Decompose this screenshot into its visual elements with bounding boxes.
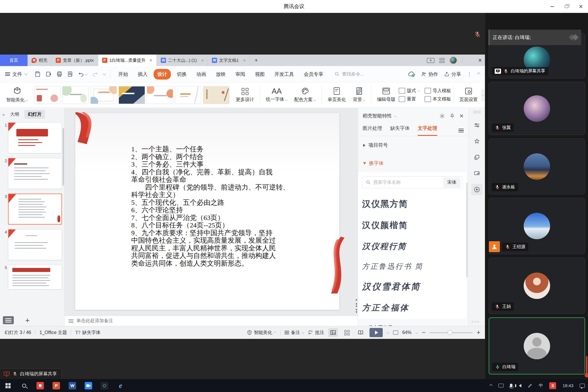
new-slide-button[interactable]: + bbox=[25, 316, 30, 325]
taskbar-word-icon[interactable]: W bbox=[64, 379, 80, 392]
file-menu-button[interactable]: 文件 bbox=[5, 71, 27, 78]
collapse-ribbon-icon[interactable] bbox=[477, 72, 480, 76]
tray-expand-icon[interactable] bbox=[487, 379, 495, 392]
comments-button[interactable]: 批注 bbox=[308, 330, 324, 336]
command-search-input[interactable] bbox=[342, 72, 374, 77]
font-search-box[interactable]: 宋体 bbox=[362, 176, 463, 188]
tab-text-processing[interactable]: 文字处理 bbox=[418, 125, 437, 136]
unify-font-button[interactable]: AA 统一字体 bbox=[262, 84, 291, 106]
tab-ppt-dangzhang[interactable]: P党章（新）.pptx bbox=[52, 55, 98, 66]
rail-more-dots[interactable]: ○○○ bbox=[471, 319, 480, 324]
zoom-in-button[interactable]: + bbox=[477, 329, 480, 336]
start-button[interactable] bbox=[0, 379, 16, 392]
color-scheme-button[interactable]: 配色方案 bbox=[291, 84, 319, 106]
section-bullet-symbols[interactable]: 项目符号 bbox=[358, 136, 468, 154]
ime-indicator[interactable]: 中 bbox=[535, 379, 546, 392]
collapse-panel-icon[interactable]: « bbox=[2, 112, 4, 117]
template-thumb-3[interactable] bbox=[90, 86, 117, 104]
cloud-sync-icon[interactable] bbox=[408, 71, 415, 77]
screen-record-icon[interactable] bbox=[471, 168, 483, 179]
page-beautify-button[interactable]: 单页美化 bbox=[324, 84, 349, 106]
volume-icon[interactable] bbox=[516, 379, 525, 392]
zoom-dropdown-icon[interactable] bbox=[415, 331, 418, 334]
previous-slide-button[interactable]: ▴▴ bbox=[355, 302, 357, 307]
template-thumb-5[interactable] bbox=[147, 86, 173, 104]
output-icon[interactable] bbox=[45, 71, 52, 77]
minimize-button[interactable] bbox=[545, 0, 559, 13]
panel-title-dropdown-icon[interactable] bbox=[394, 115, 396, 117]
pin-icon[interactable] bbox=[450, 113, 455, 119]
print-icon[interactable] bbox=[56, 71, 63, 77]
notes-toggle-button[interactable]: 备注 bbox=[285, 330, 304, 336]
template-thumb-1[interactable] bbox=[34, 86, 61, 104]
layout-button[interactable]: 版式 bbox=[399, 88, 420, 94]
tab-word-ershida[interactable]: W二十大山...) (1) bbox=[157, 55, 208, 66]
smart-features-lightning-icon[interactable] bbox=[471, 184, 483, 195]
slide-thumb-3-selected[interactable]: 3 bbox=[1, 194, 62, 225]
scroll-up-button[interactable]: ▴ bbox=[355, 298, 357, 300]
section-change-font[interactable]: 换字体 bbox=[358, 154, 468, 172]
rail-drag-handle[interactable] bbox=[473, 111, 481, 113]
menu-design[interactable]: 设计 bbox=[154, 69, 171, 80]
font-search-input[interactable] bbox=[373, 180, 443, 185]
next-slide-button[interactable]: ▾▾ bbox=[355, 308, 357, 313]
zoom-slider[interactable] bbox=[430, 332, 473, 333]
menu-transition[interactable]: 切换 bbox=[173, 69, 190, 80]
import-template-button[interactable]: 导入模板 bbox=[425, 88, 451, 94]
font-option[interactable]: 汉仪程行简 bbox=[362, 241, 463, 252]
maximize-button[interactable] bbox=[559, 0, 574, 13]
print-preview-icon[interactable] bbox=[67, 71, 74, 77]
command-search[interactable] bbox=[334, 72, 374, 77]
slide-layout-icon[interactable] bbox=[3, 316, 14, 324]
template-thumb-2[interactable] bbox=[62, 86, 89, 104]
fit-to-window-icon[interactable] bbox=[393, 331, 398, 335]
template-thumb-4[interactable] bbox=[119, 86, 145, 104]
zoom-slider-thumb[interactable] bbox=[448, 330, 452, 335]
menu-member[interactable]: 会员专享 bbox=[300, 69, 327, 80]
panel-collapse-arrow[interactable]: › bbox=[481, 89, 485, 101]
pen-workspace-icon[interactable] bbox=[525, 379, 535, 392]
taskbar-clock[interactable]: 18:43 bbox=[559, 379, 577, 392]
close-tab-icon[interactable]: ✕ bbox=[149, 58, 152, 63]
reading-view-button[interactable] bbox=[356, 328, 365, 337]
new-tab-button[interactable]: + bbox=[250, 55, 262, 66]
normal-view-button[interactable] bbox=[328, 328, 338, 337]
taskbar-powerpoint-icon[interactable]: P bbox=[48, 379, 64, 392]
more-design-button[interactable]: 更多设计 bbox=[232, 84, 258, 106]
font-filter-button[interactable]: 宋体 bbox=[443, 177, 461, 188]
tile-zhangyi[interactable]: 张翼 bbox=[489, 82, 585, 135]
edit-master-button[interactable]: 编辑母版 bbox=[374, 84, 399, 106]
taskbar-meeting-icon[interactable] bbox=[80, 379, 96, 392]
more-quick-icons[interactable] bbox=[103, 72, 106, 75]
taskbar-security-app-icon[interactable] bbox=[32, 379, 48, 392]
font-option[interactable]: 汉仪黑方简 bbox=[362, 198, 463, 210]
redo-icon[interactable] bbox=[92, 71, 98, 77]
workspace-grid-icon[interactable] bbox=[440, 58, 444, 63]
account-avatar[interactable] bbox=[450, 57, 457, 64]
zoom-percentage[interactable]: 64% bbox=[402, 330, 411, 335]
taskbar-search-icon[interactable] bbox=[16, 379, 32, 392]
font-option[interactable]: 方正全福体 bbox=[362, 302, 463, 313]
slide-thumb-1[interactable]: 1 bbox=[1, 122, 62, 153]
tab-home[interactable]: 首页 bbox=[0, 55, 28, 66]
template-thumb-6[interactable] bbox=[175, 86, 201, 104]
tab-missing-fonts[interactable]: 缺失字体 bbox=[390, 125, 410, 136]
play-options-icon[interactable] bbox=[387, 331, 389, 334]
notes-bar[interactable]: 单击此处添加备注 bbox=[65, 316, 358, 326]
switch-window-icon[interactable] bbox=[471, 152, 483, 163]
taskbar-dark-app-icon[interactable] bbox=[96, 379, 113, 392]
theme-name[interactable]: 1_Office 主题 bbox=[39, 330, 67, 336]
more-options-icon[interactable]: ⋮ bbox=[467, 74, 472, 75]
panel-menu-icon[interactable] bbox=[459, 129, 464, 132]
menu-start[interactable]: 开始 bbox=[115, 69, 132, 80]
doc-template-button[interactable]: 本文模板 bbox=[425, 96, 451, 102]
smart-beautify-status-button[interactable]: 智能美化 bbox=[247, 330, 276, 336]
tab-image-processing[interactable]: 图片处理 bbox=[363, 125, 382, 136]
background-button[interactable]: 背景 bbox=[349, 84, 369, 106]
tab-outline[interactable]: 大纲 bbox=[7, 110, 23, 119]
template-thumb-7[interactable] bbox=[203, 86, 229, 104]
slide-thumb-5[interactable]: 5 bbox=[1, 265, 62, 289]
close-button[interactable]: ✕ bbox=[574, 0, 588, 13]
menu-animation[interactable]: 动画 bbox=[193, 69, 210, 80]
sogou-ime-icon[interactable]: S bbox=[546, 379, 559, 392]
